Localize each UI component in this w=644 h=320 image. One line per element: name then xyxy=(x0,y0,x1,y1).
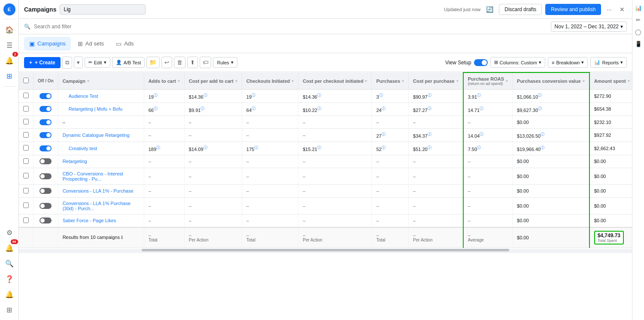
refresh-icon[interactable]: 🔄 xyxy=(484,4,495,15)
row-checkbox[interactable] xyxy=(23,119,29,124)
header-purchases-conversion-value[interactable]: Purchases conversion value ▾ xyxy=(513,72,589,90)
row-toggle-cell[interactable] xyxy=(33,197,58,214)
header-adds-to-cart[interactable]: Adds to cart ▾ xyxy=(144,72,184,90)
row-toggle-cell[interactable] xyxy=(33,155,58,168)
tag-button[interactable]: 🏷 xyxy=(200,57,211,68)
delete-button[interactable]: 🗑 xyxy=(174,57,185,68)
row-checkbox[interactable] xyxy=(23,202,29,208)
row-toggle-cell[interactable] xyxy=(33,90,58,103)
row-checkbox-cell[interactable] xyxy=(19,197,33,214)
row-checkbox-cell[interactable] xyxy=(19,116,33,129)
row-checkbox[interactable] xyxy=(23,158,29,164)
row-checkbox[interactable] xyxy=(23,173,29,178)
row-campaign-name[interactable]: Saber Force - Page Likes xyxy=(58,214,144,227)
filter-search-input[interactable] xyxy=(34,24,120,30)
row-checkbox-cell[interactable] xyxy=(19,103,33,116)
row-checkbox-cell[interactable] xyxy=(19,142,33,155)
row-checkbox-cell[interactable] xyxy=(19,168,33,184)
scrollbar-thumb[interactable] xyxy=(142,249,510,251)
date-range-picker[interactable]: Nov 1, 2022 – Dec 31, 2022 ▾ xyxy=(551,21,627,32)
row-checkbox[interactable] xyxy=(23,217,29,223)
export-button[interactable]: ⬆ xyxy=(187,57,198,68)
row-campaign-name[interactable]: – xyxy=(58,116,144,129)
select-all-checkbox[interactable] xyxy=(23,78,29,83)
header-purchase-roas[interactable]: Purchase ROAS(return on ad spend) ▾ xyxy=(463,72,513,90)
header-cost-per-checkout[interactable]: Cost per checkout initiated ▾ xyxy=(298,72,372,90)
archive-button[interactable]: 📁 xyxy=(146,57,160,68)
edit-button[interactable]: ✏ Edit ▾ xyxy=(85,57,110,68)
tab-ads[interactable]: ▭ Ads xyxy=(111,37,139,51)
row-checkbox[interactable] xyxy=(23,145,29,151)
review-publish-button[interactable]: Review and publish xyxy=(545,4,601,15)
row-checkbox[interactable] xyxy=(23,132,29,138)
header-checkouts-initiated[interactable]: Checkouts Initiated ▾ xyxy=(242,72,298,90)
phone-icon[interactable]: 📱 xyxy=(634,39,643,48)
campaign-search-input[interactable] xyxy=(60,4,146,15)
campaign-toggle[interactable] xyxy=(39,145,52,151)
row-campaign-name[interactable]: Retargeting xyxy=(58,155,144,168)
campaign-toggle[interactable] xyxy=(39,119,52,125)
row-checkbox-cell[interactable] xyxy=(19,184,33,197)
row-toggle-cell[interactable] xyxy=(33,129,58,142)
header-cost-per-add[interactable]: Cost per add to cart ▾ xyxy=(184,72,242,90)
tab-campaigns[interactable]: ▣ Campaigns xyxy=(24,37,71,51)
notification-icon[interactable]: 🔔2 xyxy=(3,54,16,67)
header-cost-per-purchase[interactable]: Cost per purchase ▾ xyxy=(409,72,463,90)
create-button[interactable]: + + Create xyxy=(24,57,61,68)
row-checkbox[interactable] xyxy=(23,188,29,193)
reports-button[interactable]: 📊 Reports ▾ xyxy=(590,57,627,68)
search-nav-icon[interactable]: 🔍 xyxy=(3,257,16,270)
row-toggle-cell[interactable] xyxy=(33,168,58,184)
campaign-toggle[interactable] xyxy=(39,106,52,112)
row-toggle-cell[interactable] xyxy=(33,214,58,227)
close-icon[interactable]: ✕ xyxy=(617,4,627,15)
campaign-toggle[interactable] xyxy=(39,132,52,138)
row-toggle-cell[interactable] xyxy=(33,184,58,197)
view-setup-toggle-switch[interactable] xyxy=(474,59,488,66)
header-checkbox[interactable] xyxy=(19,72,33,90)
menu-icon[interactable]: ☰ xyxy=(3,38,16,52)
row-checkbox-cell[interactable] xyxy=(19,155,33,168)
row-checkbox-cell[interactable] xyxy=(19,90,33,103)
user-avatar[interactable]: E xyxy=(3,3,15,15)
duplicate-button[interactable]: ⧉ xyxy=(62,57,72,69)
campaign-toggle[interactable] xyxy=(39,158,52,164)
settings-icon[interactable]: ⚙ xyxy=(3,226,16,239)
row-campaign-name[interactable]: CBO - Conversions - Interest Prospecting… xyxy=(58,168,144,184)
row-campaign-name[interactable]: Conversions - LLA 1% - Purchase xyxy=(58,184,144,197)
more-options-icon[interactable]: ··· xyxy=(605,4,614,15)
row-campaign-name[interactable]: Retargeting | Mofu + Bofu xyxy=(58,103,144,116)
home-icon[interactable]: 🏠 xyxy=(3,23,16,36)
help-icon[interactable]: ❓ xyxy=(3,272,16,286)
bell-icon[interactable]: 🔔 xyxy=(3,287,16,301)
chart-icon[interactable]: 📊 xyxy=(634,3,643,12)
row-checkbox-cell[interactable] xyxy=(19,214,33,227)
campaign-toggle[interactable] xyxy=(39,188,52,194)
row-campaign-name[interactable]: Creativity test xyxy=(58,142,144,155)
duplicate-dropdown-button[interactable]: ▾ xyxy=(74,57,83,68)
horizontal-scrollbar[interactable] xyxy=(19,249,632,253)
grid-icon[interactable]: ⊞ xyxy=(3,69,16,83)
rules-button[interactable]: Rules ▾ xyxy=(213,57,237,68)
circle-icon[interactable]: ◯ xyxy=(634,27,643,36)
row-campaign-name[interactable]: Conversions - LLA 1% Purchase (30d) - Pu… xyxy=(58,197,144,214)
campaign-toggle[interactable] xyxy=(39,217,52,223)
ab-test-button[interactable]: 👤 A/B Test xyxy=(112,57,145,68)
row-toggle-cell[interactable] xyxy=(33,142,58,155)
row-toggle-cell[interactable] xyxy=(33,116,58,129)
tab-adsets[interactable]: ⊞ Ad sets xyxy=(73,37,109,51)
discard-drafts-button[interactable]: Discard drafts xyxy=(499,4,542,15)
breakdown-button[interactable]: ≡ Breakdown ▾ xyxy=(548,57,588,68)
columns-button[interactable]: ⊞ Columns: Custom ▾ xyxy=(490,57,545,68)
row-campaign-name[interactable]: Dynamic Catalogue Retargeting xyxy=(58,129,144,142)
alert-icon[interactable]: 🔔98 xyxy=(3,241,16,255)
campaign-toggle[interactable] xyxy=(39,173,52,179)
row-toggle-cell[interactable] xyxy=(33,103,58,116)
row-checkbox[interactable] xyxy=(23,93,29,98)
edit-right-icon[interactable]: ✏ xyxy=(634,15,643,24)
apps-icon[interactable]: ⊞ xyxy=(3,303,16,317)
header-purchases[interactable]: Purchases ▾ xyxy=(372,72,409,90)
campaign-toggle[interactable] xyxy=(39,93,52,99)
row-campaign-name[interactable]: Audience Test xyxy=(58,90,144,103)
header-amount-spent[interactable]: Amount spent ▾ xyxy=(589,72,632,90)
